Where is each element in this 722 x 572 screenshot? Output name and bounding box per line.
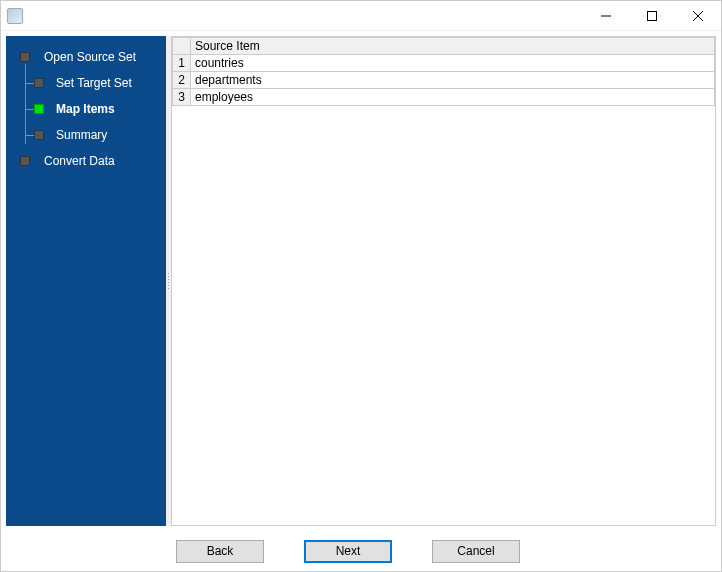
step-node-icon	[20, 156, 30, 166]
step-open-source-set[interactable]: Open Source Set	[6, 44, 166, 70]
step-label: Set Target Set	[56, 76, 132, 90]
splitter-grip-icon	[167, 272, 170, 290]
step-label: Open Source Set	[44, 50, 136, 64]
svg-rect-1	[648, 12, 657, 21]
row-number[interactable]: 1	[173, 55, 191, 72]
maximize-button[interactable]	[629, 1, 675, 31]
window-controls	[583, 1, 721, 30]
wizard-steps-tree: Open Source Set Set Target Set Map Items…	[6, 44, 166, 174]
wizard-button-row: Back Next Cancel	[1, 531, 721, 571]
source-item-cell[interactable]: departments	[191, 72, 715, 89]
wizard-window: Open Source Set Set Target Set Map Items…	[0, 0, 722, 572]
step-node-icon	[34, 78, 44, 88]
step-set-target-set[interactable]: Set Target Set	[6, 70, 166, 96]
button-label: Back	[207, 544, 234, 558]
step-node-icon	[34, 104, 44, 114]
source-item-cell[interactable]: countries	[191, 55, 715, 72]
button-label: Next	[336, 544, 361, 558]
step-summary[interactable]: Summary	[6, 122, 166, 148]
main-area: Open Source Set Set Target Set Map Items…	[6, 36, 716, 526]
step-node-icon	[34, 130, 44, 140]
step-node-icon	[20, 52, 30, 62]
step-convert-data[interactable]: Convert Data	[6, 148, 166, 174]
source-item-cell[interactable]: employees	[191, 89, 715, 106]
content-panel: Source Item 1 countries 2 departments	[171, 36, 716, 526]
table-row[interactable]: 3 employees	[173, 89, 715, 106]
client-area: Open Source Set Set Target Set Map Items…	[1, 31, 721, 571]
step-map-items[interactable]: Map Items	[6, 96, 166, 122]
step-label: Map Items	[56, 102, 115, 116]
row-number[interactable]: 2	[173, 72, 191, 89]
titlebar	[1, 1, 721, 31]
row-number[interactable]: 3	[173, 89, 191, 106]
minimize-button[interactable]	[583, 1, 629, 31]
grid-header-source-item[interactable]: Source Item	[191, 38, 715, 55]
back-button[interactable]: Back	[176, 540, 264, 563]
app-icon	[7, 8, 23, 24]
grid-corner[interactable]	[173, 38, 191, 55]
maximize-icon	[647, 11, 657, 21]
wizard-steps-sidebar: Open Source Set Set Target Set Map Items…	[6, 36, 166, 526]
button-label: Cancel	[457, 544, 494, 558]
close-button[interactable]	[675, 1, 721, 31]
source-item-grid[interactable]: Source Item 1 countries 2 departments	[172, 37, 715, 106]
minimize-icon	[601, 11, 611, 21]
step-label: Summary	[56, 128, 107, 142]
cancel-button[interactable]: Cancel	[432, 540, 520, 563]
next-button[interactable]: Next	[304, 540, 392, 563]
table-row[interactable]: 2 departments	[173, 72, 715, 89]
table-row[interactable]: 1 countries	[173, 55, 715, 72]
step-label: Convert Data	[44, 154, 115, 168]
close-icon	[693, 11, 703, 21]
